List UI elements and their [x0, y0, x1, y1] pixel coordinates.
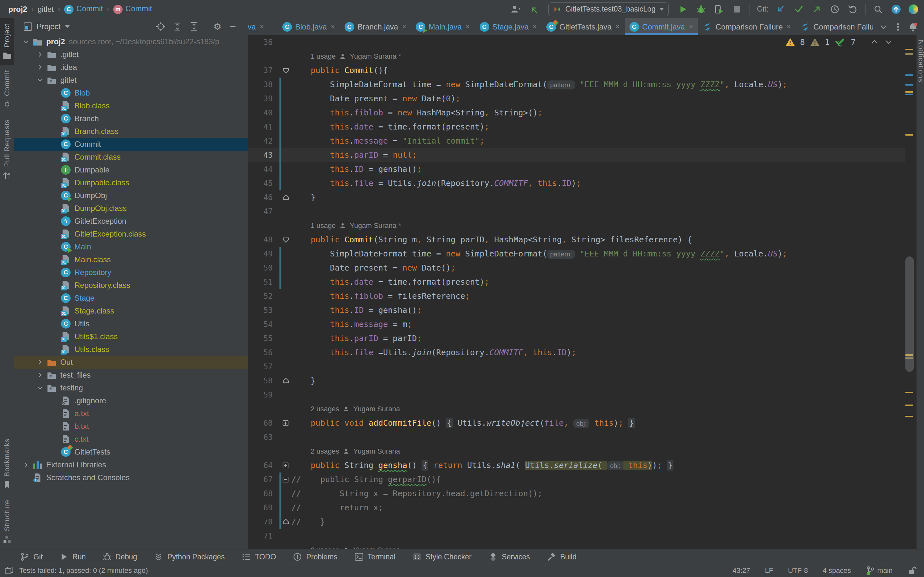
tree-item-gitlettests[interactable]: CGitletTests: [14, 446, 248, 458]
search-icon[interactable]: [873, 4, 884, 15]
stripe-mark[interactable]: [905, 134, 913, 135]
update-ball-icon[interactable]: [891, 4, 901, 15]
tree-item-gitletexception-class[interactable]: 01GitletException.class: [14, 227, 248, 240]
code-line[interactable]: 39 Date present = new Date(0);: [248, 92, 905, 106]
author-name[interactable]: Yugam Surana *: [350, 52, 401, 61]
tree-item-blob-class[interactable]: 01Blob.class: [14, 99, 248, 112]
tree-item-a-txt[interactable]: a.txt: [14, 407, 248, 420]
toolwindow-button-todo[interactable]: TODO: [241, 552, 276, 562]
tab-va[interactable]: va×: [248, 18, 278, 35]
code-editor[interactable]: 361 usageYugam Surana *37 public Commit(…: [248, 35, 905, 549]
fold-icon[interactable]: [282, 476, 289, 483]
code-line[interactable]: 40 this.fiblob = new HashMap<String, Str…: [248, 106, 905, 120]
close-icon[interactable]: ×: [533, 23, 537, 31]
sidebar-item-structure[interactable]: Structure: [0, 495, 14, 549]
code-line[interactable]: 42 this.message = "Initial commit";: [248, 134, 905, 148]
tab-comparison-failure[interactable]: Comparison Failure×: [796, 18, 873, 35]
project-toolwindow-icon[interactable]: [23, 22, 33, 31]
code-line[interactable]: 64 public String gensha() { return Utils…: [248, 458, 905, 472]
code-annotation-row[interactable]: 2 usagesYugam Surana: [248, 402, 905, 416]
run-configuration-select[interactable]: GitletTests.test03_basicLog: [548, 2, 669, 16]
stripe-mark[interactable]: [905, 84, 913, 85]
tree-item-utils-1-class[interactable]: 01Utils$1.class: [14, 330, 248, 343]
code-line[interactable]: 46 }: [248, 190, 905, 205]
breadcrumb-item[interactable]: mCommit: [113, 4, 152, 14]
chevron-open-icon[interactable]: [34, 384, 46, 392]
stripe-mark[interactable]: [905, 93, 913, 95]
code-line[interactable]: 44 this.ID = gensha();: [248, 162, 905, 176]
tree-item-c-txt[interactable]: c.txt: [14, 433, 248, 446]
sidebar-item-bookmarks[interactable]: Bookmarks: [0, 434, 14, 495]
tab-comparison-failure[interactable]: Comparison Failure×: [698, 18, 796, 35]
code-line[interactable]: 55 this.parID = parID;: [248, 332, 905, 346]
code-line[interactable]: 50 Date present = new Date();: [248, 261, 905, 275]
author-name[interactable]: Yugam Surana: [353, 546, 400, 549]
sidebar-item-project[interactable]: Project: [0, 18, 14, 65]
chevron-closed-icon[interactable]: [34, 358, 46, 366]
tab-commit-java[interactable]: CCommit.java×: [625, 18, 698, 35]
code-line[interactable]: 71: [248, 529, 905, 543]
sidebar-item-notifications[interactable]: Notifications: [917, 40, 924, 82]
rollback-icon[interactable]: [847, 4, 858, 15]
fold-icon[interactable]: [282, 420, 289, 426]
code-line[interactable]: 52 this.fiblob = filesReference;: [248, 289, 905, 303]
gear-icon[interactable]: ⚙: [213, 21, 221, 32]
toolwindow-button-problems[interactable]: Problems: [292, 552, 337, 562]
code-line[interactable]: 60 public void addCommitFile() { Utils.w…: [248, 416, 905, 430]
code-line[interactable]: 48 public Commit(String m, String parID,…: [248, 233, 905, 247]
expand-all-icon[interactable]: [173, 22, 182, 31]
tree-item-proj2[interactable]: proj2sources root, ~/Desktop/cs61bl/su22…: [14, 35, 248, 48]
collapse-all-icon[interactable]: [189, 22, 199, 31]
tree-item-dumpable-class[interactable]: 01Dumpable.class: [14, 176, 248, 189]
close-icon[interactable]: ×: [465, 23, 470, 31]
tab-branch-java[interactable]: CBranch.java×: [340, 18, 411, 35]
caret-position[interactable]: 43:27: [732, 566, 750, 575]
debug-icon[interactable]: [696, 4, 706, 15]
user-icon[interactable]: [510, 4, 521, 15]
fold-icon[interactable]: [282, 462, 289, 469]
tree-item-repository-class[interactable]: 01Repository.class: [14, 279, 248, 292]
status-message[interactable]: Tests failed: 1, passed: 0 (2 minutes ag…: [19, 566, 148, 575]
locate-file-icon[interactable]: [156, 22, 166, 31]
more-options-icon[interactable]: [897, 22, 900, 32]
breadcrumb[interactable]: proj2›gitlet›CCommit›mCommit: [0, 4, 152, 14]
coverage-icon[interactable]: [714, 4, 724, 15]
close-icon[interactable]: ×: [689, 23, 693, 31]
code-line[interactable]: 57: [248, 359, 905, 374]
inspections-widget[interactable]: 8 1 7: [785, 37, 893, 47]
toolwindow-button-style-checker[interactable]: Style Checker: [412, 552, 472, 562]
indent-setting[interactable]: 4 spaces: [822, 566, 851, 575]
tree-item-gitlet[interactable]: gitlet: [14, 74, 248, 87]
code-line[interactable]: 63: [248, 430, 905, 444]
usage-count[interactable]: 2 usages: [310, 546, 339, 549]
toolwindow-button-python-packages[interactable]: Python Packages: [153, 552, 225, 562]
tab-stage-java[interactable]: CStage.java×: [475, 18, 542, 35]
tree-item-dumpobj[interactable]: CDumpObj: [14, 189, 248, 202]
stop-icon[interactable]: [732, 4, 742, 15]
author-name[interactable]: Yugam Surana: [353, 405, 400, 413]
line-separator[interactable]: LF: [765, 566, 773, 575]
back-arrow-icon[interactable]: [528, 4, 540, 15]
push-icon[interactable]: [811, 4, 822, 15]
stripe-mark[interactable]: [905, 91, 913, 93]
code-annotation-row[interactable]: 2 usagesYugam Surana: [248, 543, 905, 549]
breadcrumb-item[interactable]: gitlet: [37, 5, 54, 14]
code-line[interactable]: 70// }: [248, 515, 905, 529]
fold-icon[interactable]: [282, 194, 289, 201]
chevron-down-icon[interactable]: [879, 23, 888, 31]
fold-icon[interactable]: [282, 236, 289, 243]
tab-gitlettests-java[interactable]: CGitletTests.java×: [541, 18, 624, 35]
commit-check-icon[interactable]: [793, 4, 804, 15]
close-icon[interactable]: ×: [260, 23, 264, 31]
fold-icon[interactable]: [282, 67, 289, 74]
tree-item-commit-class[interactable]: 01Commit.class: [14, 151, 248, 163]
tree-item--gitignore[interactable]: .gitignore: [14, 394, 248, 407]
tree-item-gitletexception[interactable]: ϟGitletException: [14, 215, 248, 227]
code-line[interactable]: 56 this.file =Utils.join(Repository.COMM…: [248, 346, 905, 359]
usage-count[interactable]: 2 usages: [310, 405, 339, 413]
tree-item-b-txt[interactable]: b.txt: [14, 420, 248, 433]
usage-count[interactable]: 1 usage: [310, 221, 336, 230]
file-encoding[interactable]: UTF-8: [788, 566, 808, 575]
code-line[interactable]: 54 this.message = m;: [248, 318, 905, 332]
notifications-bell-icon[interactable]: [908, 22, 918, 32]
